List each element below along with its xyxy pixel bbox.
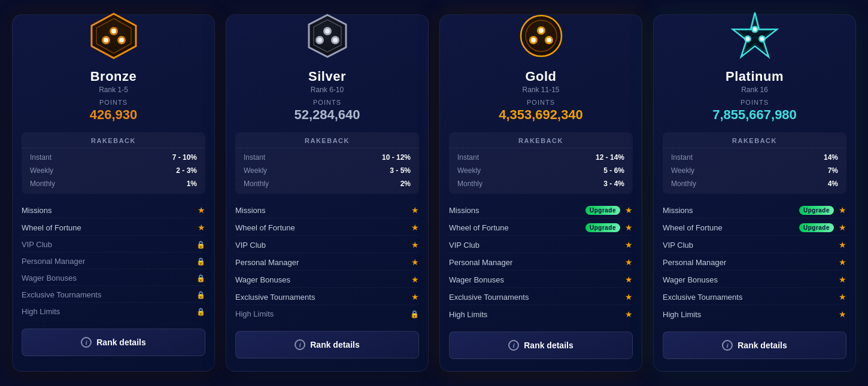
feature-right: ★ (411, 205, 419, 215)
feature-right: Upgrade★ (585, 223, 633, 232)
feature-row: VIP Club★ (449, 237, 633, 253)
silver-rank: Rank 6-10 (311, 86, 344, 94)
feature-right: Upgrade★ (799, 223, 846, 232)
feature-right: 🔒 (196, 274, 205, 282)
info-icon: i (722, 340, 733, 351)
feature-row: High Limits🔒 (235, 306, 419, 321)
bronze-rank-details-btn[interactable]: iRank details (22, 329, 205, 356)
feature-right: ★ (411, 223, 419, 232)
feature-right: 🔒 (196, 308, 205, 316)
rakeback-row: Monthly3 - 4% (449, 177, 633, 190)
rakeback-value: 4% (828, 180, 838, 188)
feature-right: ★ (625, 257, 633, 267)
rakeback-value: 14% (824, 153, 838, 162)
feature-name: Wager Bonuses (449, 275, 504, 284)
feature-right: 🔒 (196, 257, 205, 266)
star-icon: ★ (839, 205, 846, 215)
feature-name: Missions (663, 206, 693, 215)
star-icon: ★ (625, 292, 633, 302)
star-icon: ★ (411, 292, 419, 302)
bronze-points-label: Points (99, 99, 128, 106)
feature-right: ★ (625, 275, 633, 284)
feature-row: VIP Club★ (663, 237, 846, 253)
bronze-rakeback: RakebackInstant7 - 10%Weekly2 - 3%Monthl… (22, 132, 205, 194)
feature-row: VIP Club★ (235, 237, 419, 253)
rakeback-label: Monthly (671, 180, 696, 188)
upgrade-badge[interactable]: Upgrade (799, 206, 834, 215)
svg-point-31 (745, 37, 749, 41)
rakeback-row: Weekly3 - 5% (235, 164, 419, 177)
rakeback-value: 5 - 6% (603, 166, 624, 175)
star-icon: ★ (839, 223, 846, 232)
feature-name: VIP Club (663, 241, 693, 250)
svg-point-30 (752, 28, 757, 32)
feature-row: Wheel of Fortune★ (22, 220, 205, 236)
upgrade-badge[interactable]: Upgrade (585, 206, 620, 215)
feature-row: Personal Manager★ (663, 254, 846, 270)
feature-row: Wheel of Fortune★ (235, 220, 419, 236)
silver-rank-details-btn[interactable]: iRank details (235, 331, 419, 358)
gold-features: MissionsUpgrade★Wheel of FortuneUpgrade★… (449, 202, 633, 322)
feature-row: Wager Bonuses🔒 (22, 270, 205, 286)
rakeback-row: Monthly4% (663, 177, 846, 190)
feature-name: Wager Bonuses (663, 275, 718, 284)
info-icon: i (295, 339, 305, 350)
platinum-title: Platinum (726, 69, 784, 84)
feature-name: Exclusive Tournaments (663, 293, 742, 302)
platinum-rank-details-btn[interactable]: iRank details (663, 332, 846, 359)
star-icon: ★ (839, 275, 846, 284)
svg-point-7 (119, 38, 124, 42)
rank-details-label: Rank details (738, 341, 787, 350)
star-icon: ★ (625, 205, 633, 215)
lock-icon: 🔒 (196, 274, 205, 282)
feature-right: ★ (839, 292, 846, 302)
rakeback-label: Monthly (30, 180, 55, 188)
feature-row: Exclusive Tournaments★ (663, 289, 846, 305)
feature-row: MissionsUpgrade★ (663, 202, 846, 218)
rakeback-value: 7% (828, 166, 838, 175)
rakeback-value: 10 - 12% (382, 153, 411, 162)
star-icon: ★ (839, 240, 846, 250)
feature-right: Upgrade★ (799, 205, 846, 215)
rakeback-label: Instant (671, 153, 693, 162)
info-icon: i (81, 337, 92, 348)
feature-right: 🔒 (196, 291, 205, 299)
feature-name: Wheel of Fortune (22, 223, 81, 232)
gold-rank-details-btn[interactable]: iRank details (449, 332, 633, 359)
feature-name: Personal Manager (235, 258, 299, 267)
rakeback-row: Monthly2% (235, 177, 419, 190)
gold-title: Gold (525, 69, 556, 84)
feature-row: Wager Bonuses★ (663, 272, 846, 288)
rakeback-value: 2 - 3% (176, 166, 197, 175)
feature-row: Missions★ (22, 202, 205, 218)
upgrade-badge[interactable]: Upgrade (799, 223, 834, 232)
lock-icon: 🔒 (196, 257, 205, 266)
silver-features: Missions★Wheel of Fortune★VIP Club★Perso… (235, 202, 419, 321)
svg-point-22 (539, 28, 544, 33)
feature-row: High Limits★ (663, 306, 846, 322)
platinum-points-label: Points (740, 99, 769, 106)
feature-right: Upgrade★ (585, 205, 633, 215)
platinum-rakeback-header: Rakeback (663, 137, 846, 148)
feature-name: Wager Bonuses (22, 273, 77, 282)
gold-rakeback-header: Rakeback (449, 137, 633, 148)
feature-name: VIP Club (22, 240, 52, 249)
svg-point-13 (325, 29, 330, 34)
card-gold: GoldRank 11-15Points4,353,692,340Rakebac… (439, 14, 642, 372)
upgrade-badge[interactable]: Upgrade (585, 223, 620, 232)
gold-icon (517, 9, 566, 63)
star-icon: ★ (625, 257, 633, 267)
bronze-points-value: 426,930 (90, 107, 138, 123)
feature-name: Personal Manager (663, 258, 726, 267)
feature-row: VIP Club🔒 (22, 237, 205, 253)
rakeback-row: Instant10 - 12% (235, 151, 419, 164)
feature-right: ★ (625, 292, 633, 302)
rakeback-row: Weekly2 - 3% (22, 164, 205, 177)
feature-right: ★ (198, 223, 205, 232)
feature-row: Wager Bonuses★ (235, 272, 419, 288)
rank-details-label: Rank details (96, 338, 145, 347)
feature-right: ★ (411, 292, 419, 302)
feature-name: High Limits (22, 307, 60, 316)
rank-details-label: Rank details (524, 341, 573, 350)
feature-right: ★ (411, 275, 419, 284)
